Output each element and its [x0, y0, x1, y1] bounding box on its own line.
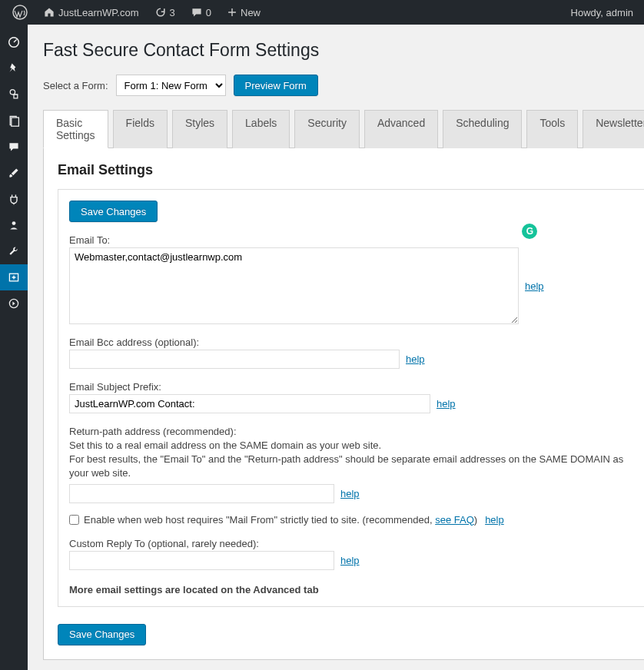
replyto-input[interactable]: [69, 551, 334, 570]
returnpath-label: Return-path address (recommended):: [69, 426, 633, 437]
content-area: Fast Secure Contact Form Settings Select…: [28, 25, 644, 670]
form-selector-row: Select a Form: Form 1: New Form Preview …: [43, 75, 644, 96]
plugin-icon: [8, 193, 20, 205]
mailfrom-label: Enable when web host requires "Mail From…: [84, 514, 477, 526]
admin-sidebar: [0, 25, 28, 670]
select-form-label: Select a Form:: [43, 80, 108, 91]
tab-advanced[interactable]: Advanced: [364, 110, 438, 148]
collapse-icon: [8, 297, 20, 310]
sidebar-appearance[interactable]: [0, 160, 28, 186]
tab-basic-settings[interactable]: Basic Settings: [43, 110, 108, 148]
new-label: New: [241, 7, 261, 18]
mailfrom-label-pre: Enable when web host requires "Mail From…: [84, 514, 435, 526]
sidebar-comments[interactable]: [0, 134, 28, 160]
email-to-block: G Email To: help: [69, 234, 633, 324]
sidebar-plugins[interactable]: [0, 186, 28, 212]
page-icon: [8, 114, 20, 127]
save-button-top[interactable]: Save Changes: [69, 201, 158, 222]
tab-fields[interactable]: Fields: [113, 110, 168, 148]
comment-icon: [8, 141, 20, 153]
tab-labels[interactable]: Labels: [232, 110, 290, 148]
pin-icon: [8, 62, 20, 75]
sidebar-contact-form[interactable]: [0, 264, 28, 290]
returnpath-block: Return-path address (recommended): Set t…: [69, 426, 633, 503]
mailfrom-checkbox[interactable]: [69, 515, 79, 525]
refresh-icon: [154, 6, 167, 18]
dashboard-icon: [7, 35, 21, 49]
replyto-block: Custom Reply To (optional, rarely needed…: [69, 538, 633, 570]
svg-point-3: [12, 221, 16, 225]
wp-logo-menu[interactable]: [6, 0, 34, 25]
save-button-bottom[interactable]: Save Changes: [58, 624, 146, 645]
sidebar-pages[interactable]: [0, 108, 28, 134]
media-icon: [8, 88, 20, 101]
subject-label: Email Subject Prefix:: [69, 381, 633, 393]
tab-tools[interactable]: Tools: [526, 110, 578, 148]
admin-topbar: JustLearnWP.com 3 0 New Howdy, admin: [0, 0, 644, 25]
subject-block: Email Subject Prefix: help: [69, 381, 633, 413]
email-to-textarea[interactable]: [69, 247, 519, 324]
user-icon: [8, 219, 20, 231]
mailfrom-checkbox-row: Enable when web host requires "Mail From…: [69, 514, 633, 526]
returnpath-note2: For best results, the "Email To" and the…: [69, 453, 633, 480]
svg-rect-2: [12, 118, 19, 126]
help-link-returnpath[interactable]: help: [340, 488, 360, 499]
sidebar-settings[interactable]: [0, 290, 28, 317]
help-link-bcc[interactable]: help: [406, 353, 425, 365]
tab-security[interactable]: Security: [294, 110, 360, 148]
tab-newsletter[interactable]: Newsletter: [583, 110, 644, 148]
page-title: Fast Secure Contact Form Settings: [43, 40, 644, 61]
mailfrom-label-post: ): [474, 514, 477, 526]
help-link-emailto[interactable]: help: [525, 280, 544, 292]
howdy-menu[interactable]: Howdy, admin: [571, 7, 638, 18]
section-title: Email Settings: [58, 162, 644, 178]
site-name-link[interactable]: JustLearnWP.com: [37, 0, 145, 25]
email-to-label: Email To:: [69, 234, 633, 246]
sidebar-posts[interactable]: [0, 55, 28, 81]
preview-form-button[interactable]: Preview Form: [234, 75, 318, 96]
returnpath-input[interactable]: [69, 484, 334, 503]
updates-count: 3: [170, 7, 175, 18]
returnpath-note1: Set this to a real email address on the …: [69, 439, 633, 453]
tab-styles[interactable]: Styles: [172, 110, 227, 148]
tab-scheduling[interactable]: Scheduling: [443, 110, 522, 148]
sidebar-tools[interactable]: [0, 238, 28, 264]
help-link-mailfrom[interactable]: help: [485, 514, 504, 526]
replyto-label: Custom Reply To (optional, rarely needed…: [69, 538, 633, 549]
home-icon: [43, 6, 55, 18]
see-faq-link[interactable]: see FAQ: [435, 514, 474, 526]
new-content-link[interactable]: New: [221, 0, 267, 25]
bcc-input[interactable]: [69, 350, 400, 369]
advanced-note: More email settings are located on the A…: [69, 584, 633, 595]
settings-panel: Email Settings Save Changes G Email To: …: [43, 148, 644, 660]
brush-icon: [8, 167, 20, 179]
updates-link[interactable]: 3: [148, 0, 181, 25]
comments-link[interactable]: 0: [184, 0, 217, 25]
topbar-left: JustLearnWP.com 3 0 New: [6, 0, 267, 25]
help-link-subject[interactable]: help: [437, 398, 456, 410]
form-select[interactable]: Form 1: New Form: [116, 75, 226, 96]
comment-icon: [191, 6, 203, 18]
help-link-replyto[interactable]: help: [340, 555, 360, 566]
wrench-icon: [8, 245, 20, 257]
email-settings-box: Save Changes G Email To: help Email Bcc …: [58, 189, 644, 607]
bcc-label: Email Bcc address (optional):: [69, 337, 633, 348]
form-icon: [8, 271, 20, 284]
site-name-text: JustLearnWP.com: [58, 7, 139, 18]
howdy-text: Howdy, admin: [571, 7, 633, 18]
subject-input[interactable]: [69, 394, 430, 413]
sidebar-dashboard[interactable]: [0, 29, 28, 55]
comments-count: 0: [206, 7, 211, 18]
sidebar-users[interactable]: [0, 212, 28, 238]
bcc-block: Email Bcc address (optional): help: [69, 337, 633, 369]
sidebar-media[interactable]: [0, 81, 28, 108]
settings-tabs: Basic Settings Fields Styles Labels Secu…: [43, 110, 644, 148]
plus-icon: [227, 7, 237, 18]
wordpress-icon: [12, 5, 28, 20]
